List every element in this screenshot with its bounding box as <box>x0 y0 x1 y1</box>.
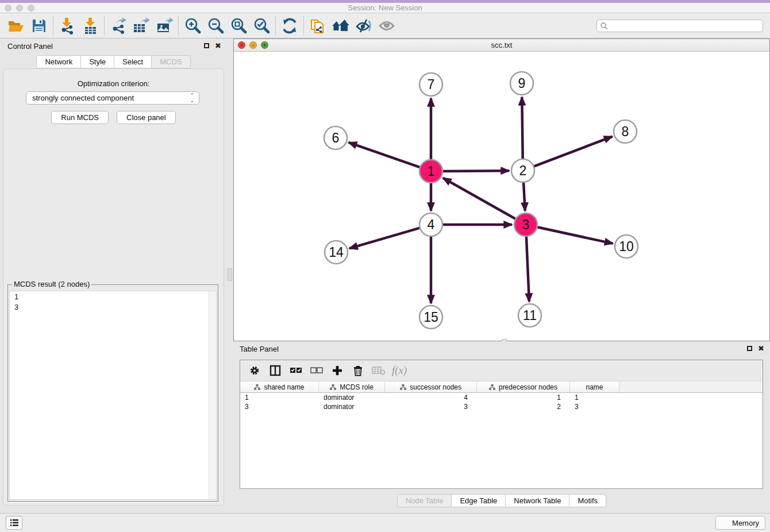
node-15[interactable]: 15 <box>419 306 442 329</box>
edge-2-8[interactable] <box>533 137 613 167</box>
result-scrollbar[interactable] <box>209 291 216 499</box>
destroy-table-button[interactable] <box>370 362 387 379</box>
export-network-button[interactable] <box>107 16 130 36</box>
tab-network[interactable]: Network <box>36 55 81 68</box>
import-table-icon <box>82 17 98 34</box>
node-3[interactable]: 3 <box>514 213 537 236</box>
table-cell[interactable]: dominator <box>319 393 385 402</box>
apply-layout-button[interactable] <box>278 16 301 36</box>
column-label: name <box>586 383 603 391</box>
node-label: 14 <box>329 245 344 260</box>
splitter-handle[interactable] <box>228 268 232 281</box>
control-panel-title: Control Panel <box>7 42 53 51</box>
close-panel-icon[interactable]: ✖ <box>215 43 221 49</box>
tab-node-table[interactable]: Node Table <box>397 494 452 507</box>
mcds-result-item[interactable]: 3 <box>10 302 216 312</box>
float-table-panel-icon[interactable] <box>747 346 752 351</box>
column-header-name[interactable]: name <box>570 382 619 392</box>
node-11[interactable]: 11 <box>518 304 541 327</box>
table-cell[interactable]: 2 <box>477 402 570 411</box>
delete-column-button[interactable] <box>349 362 367 379</box>
edge-3-11[interactable] <box>526 236 529 302</box>
edge-1-6[interactable] <box>349 142 421 168</box>
zoom-selected-button[interactable] <box>250 16 273 36</box>
table-cell[interactable]: 4 <box>385 393 477 402</box>
show-all-button[interactable] <box>375 16 398 36</box>
hide-selected-button[interactable] <box>352 16 375 36</box>
edge-2-9[interactable] <box>522 97 522 160</box>
edge-4-14[interactable] <box>349 228 421 248</box>
export-table-button[interactable] <box>130 16 153 36</box>
run-mcds-button[interactable]: Run MCDS <box>51 111 109 124</box>
float-panel-icon[interactable] <box>204 43 209 48</box>
save-session-button[interactable] <box>28 16 51 36</box>
table-cell[interactable]: 1 <box>570 393 619 402</box>
node-8[interactable]: 8 <box>614 120 637 143</box>
first-neighbors-button[interactable] <box>329 16 352 36</box>
zoom-in-icon <box>184 17 201 34</box>
zoom-fit-button[interactable] <box>227 16 250 36</box>
network-view-window: ✕ − + scc.txt 7968124314101511 <box>233 38 770 341</box>
column-header-shared-name[interactable]: shared name <box>240 382 319 392</box>
show-column-button[interactable] <box>267 362 284 379</box>
close-table-panel-icon[interactable]: ✖ <box>758 345 764 352</box>
tab-style[interactable]: Style <box>81 55 114 68</box>
table-cell[interactable]: 1 <box>240 393 319 402</box>
close-panel-button[interactable]: Close panel <box>117 111 176 124</box>
network-canvas[interactable]: 7968124314101511 <box>234 52 769 341</box>
edge-1-2[interactable] <box>442 171 509 171</box>
table-toolbar: f(x) <box>240 360 763 381</box>
edge-2-3[interactable] <box>523 182 525 211</box>
tab-mcds[interactable]: MCDS <box>152 55 190 68</box>
table-cell[interactable]: 3 <box>385 402 477 411</box>
network-window-titlebar[interactable]: ✕ − + scc.txt <box>234 39 769 52</box>
zoom-in-button[interactable] <box>181 16 204 36</box>
toolbar-separator <box>178 16 179 36</box>
plus-icon <box>332 365 343 376</box>
table-options-button[interactable] <box>246 362 263 379</box>
mcds-result-item[interactable]: 1 <box>10 291 216 302</box>
task-history-button[interactable] <box>6 516 22 530</box>
node-14[interactable]: 14 <box>325 241 348 264</box>
node-2[interactable]: 2 <box>511 159 534 182</box>
select-all-columns-button[interactable] <box>287 362 305 379</box>
table-row[interactable]: 3dominator323 <box>240 402 763 411</box>
table-cell[interactable]: 3 <box>240 402 319 411</box>
node-label: 2 <box>519 163 527 178</box>
open-session-button[interactable] <box>5 16 28 36</box>
export-image-button[interactable] <box>153 16 176 36</box>
deselect-all-columns-button[interactable] <box>308 362 325 379</box>
tab-edge-table[interactable]: Edge Table <box>452 494 506 507</box>
table-row[interactable]: 1dominator411 <box>240 393 763 402</box>
node-1[interactable]: 1 <box>419 160 442 183</box>
add-column-button[interactable] <box>329 362 346 379</box>
tab-network-table[interactable]: Network Table <box>506 494 569 507</box>
new-network-from-selection-button[interactable] <box>306 16 329 36</box>
criterion-select[interactable]: strongly connected component ⌃⌄ <box>26 91 199 105</box>
table-cell[interactable]: 1 <box>477 393 570 402</box>
search-input[interactable] <box>596 20 763 32</box>
node-label: 7 <box>428 77 435 92</box>
zoom-out-button[interactable] <box>204 16 227 36</box>
edge-3-10[interactable] <box>537 227 613 244</box>
node-9[interactable]: 9 <box>510 72 533 95</box>
node-4[interactable]: 4 <box>419 213 442 236</box>
hierarchy-icon <box>400 384 406 390</box>
node-6[interactable]: 6 <box>324 126 347 149</box>
table-cell[interactable]: 3 <box>570 402 619 411</box>
panel-splitter[interactable] <box>227 38 233 513</box>
import-network-button[interactable] <box>56 16 79 36</box>
tab-motifs[interactable]: Motifs <box>569 494 606 507</box>
apply-function-button[interactable]: f(x) <box>391 362 408 379</box>
node-7[interactable]: 7 <box>419 73 442 96</box>
import-table-button[interactable] <box>79 16 102 36</box>
tab-select[interactable]: Select <box>114 55 152 68</box>
column-header-successor-nodes[interactable]: successor nodes <box>385 382 477 392</box>
edge-3-1[interactable] <box>443 178 517 219</box>
node-10[interactable]: 10 <box>615 235 638 258</box>
memory-button[interactable]: Memory <box>715 516 765 530</box>
table-cell[interactable]: dominator <box>319 402 385 411</box>
column-header-predecessor-nodes[interactable]: predecessor nodes <box>477 382 570 392</box>
mcds-result-list[interactable]: 13 <box>9 291 217 500</box>
column-header-mcds-role[interactable]: MCDS role <box>319 382 385 392</box>
